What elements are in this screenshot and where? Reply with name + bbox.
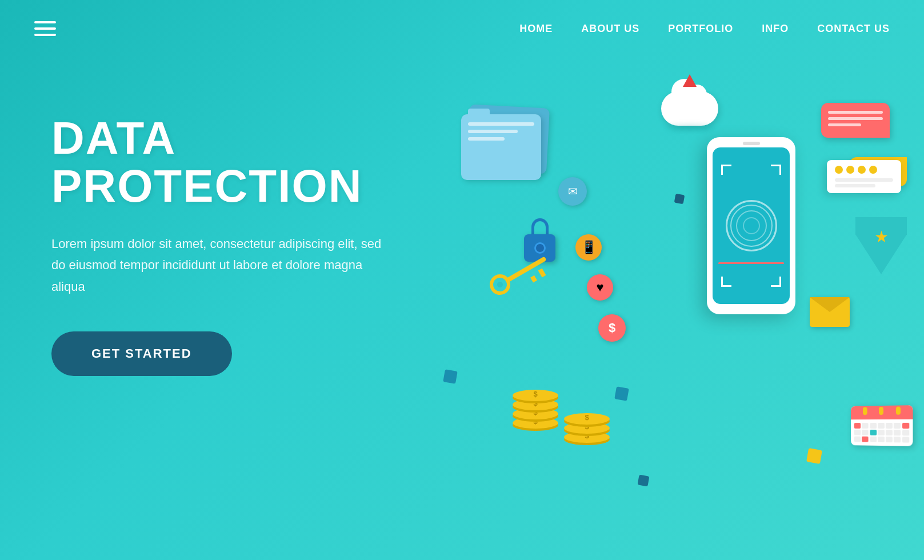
deco-cube-2 [614, 386, 629, 401]
hero-left-content: DATA PROTECTION Lorem ipsum dolor sit am… [51, 114, 440, 376]
nav-about[interactable]: ABOUT US [581, 23, 639, 34]
cal-cell [894, 423, 901, 429]
calendar-body [851, 405, 913, 446]
heart-circle: ♥ [587, 274, 613, 301]
cloud-icon [661, 91, 718, 126]
cal-cell [902, 423, 909, 429]
cal-cell [870, 430, 877, 435]
fingerprint-inner [743, 217, 760, 234]
cal-cell [878, 423, 885, 429]
chat-bubble-red [821, 103, 890, 138]
deco-cube-4 [674, 194, 685, 205]
cal-cell [886, 437, 893, 442]
file-tab [468, 109, 490, 117]
cal-cell [870, 437, 877, 442]
shield-shape: ★ [855, 217, 907, 274]
email-circle: ✉ [558, 177, 587, 206]
calendar-header [851, 405, 913, 419]
envelope-flap [810, 297, 850, 312]
shield-star: ★ [874, 227, 889, 246]
shield-icon: ★ [855, 217, 907, 274]
hero-title: DATA PROTECTION [51, 114, 440, 210]
cloud-shadow [667, 125, 713, 130]
password-bar2 [835, 184, 875, 187]
fingerprint-icon [726, 200, 777, 251]
calendar-grid [851, 419, 913, 446]
phone-camera [743, 142, 760, 145]
nav-info[interactable]: INFO [762, 23, 789, 34]
upload-arrow [683, 74, 697, 87]
phone-body [707, 137, 795, 314]
cal-cell [862, 430, 869, 435]
password-field [827, 160, 901, 193]
cal-cell [870, 423, 877, 429]
corner-tr [771, 165, 781, 175]
coin2-3 [564, 413, 610, 425]
key-icon [486, 270, 514, 298]
key-teeth1 [530, 275, 537, 283]
cal-cell [902, 437, 909, 442]
nav-home[interactable]: HOME [519, 23, 553, 34]
envelope-icon [810, 297, 850, 327]
hero-section: DATA PROTECTION Lorem ipsum dolor sit am… [0, 0, 924, 560]
lock-icon [524, 234, 555, 262]
hamburger-menu[interactable] [34, 21, 56, 36]
deco-cube-1 [443, 369, 457, 383]
navigation: HOME ABOUT US PORTFOLIO INFO CONTACT US [0, 0, 924, 57]
key-head [486, 270, 514, 298]
corner-tl [721, 165, 731, 175]
coin-4 [513, 390, 558, 401]
device-icon: 📱 [581, 240, 597, 255]
nav-links: HOME ABOUT US PORTFOLIO INFO CONTACT US [519, 23, 890, 35]
calendar-icon [850, 406, 913, 446]
cal-cell [886, 430, 893, 435]
cal-cell [854, 437, 861, 442]
cal-cell [862, 437, 869, 442]
hero-illustration: ✉ 📱 ♥ $ [410, 46, 924, 543]
cal-ring-3 [895, 407, 900, 415]
envelope-body [810, 297, 850, 327]
password-bar [835, 178, 893, 182]
phone-circle: 📱 [575, 234, 602, 261]
cal-cell [854, 430, 861, 435]
heart-icon: ♥ [596, 280, 603, 295]
cal-ring-1 [862, 407, 867, 415]
nav-portfolio[interactable]: PORTFOLIO [668, 23, 733, 34]
cal-cell [862, 423, 869, 429]
deco-cube-5 [806, 448, 822, 464]
cal-ring-2 [879, 407, 883, 415]
corner-br [771, 277, 781, 287]
cal-cell [902, 430, 909, 435]
file-card-front [461, 114, 541, 180]
cal-cell [854, 423, 861, 429]
file-lines [461, 114, 541, 153]
scan-line [718, 262, 784, 264]
chat-lines [828, 111, 883, 126]
cal-cell [878, 430, 885, 435]
deco-cube-3 [638, 475, 650, 487]
cal-cell [878, 437, 885, 442]
cloud-shape [661, 91, 718, 126]
cal-cell [886, 423, 893, 429]
cal-cell [894, 437, 901, 442]
key-teeth2 [538, 268, 546, 277]
nav-contact[interactable]: CONTACT US [817, 23, 890, 34]
phone-screen [713, 147, 790, 304]
hero-description: Lorem ipsum dolor sit amet, consectetur … [51, 233, 383, 297]
lock-body [524, 234, 555, 262]
email-icon: ✉ [568, 185, 578, 198]
corner-bl [721, 277, 731, 287]
phone-device [707, 137, 798, 320]
cta-button[interactable]: GET STARTED [51, 331, 232, 376]
isometric-scene: ✉ 📱 ♥ $ [410, 46, 924, 543]
dollar-circle: $ [598, 314, 626, 342]
cal-cell [894, 430, 901, 435]
password-dots [835, 166, 893, 174]
